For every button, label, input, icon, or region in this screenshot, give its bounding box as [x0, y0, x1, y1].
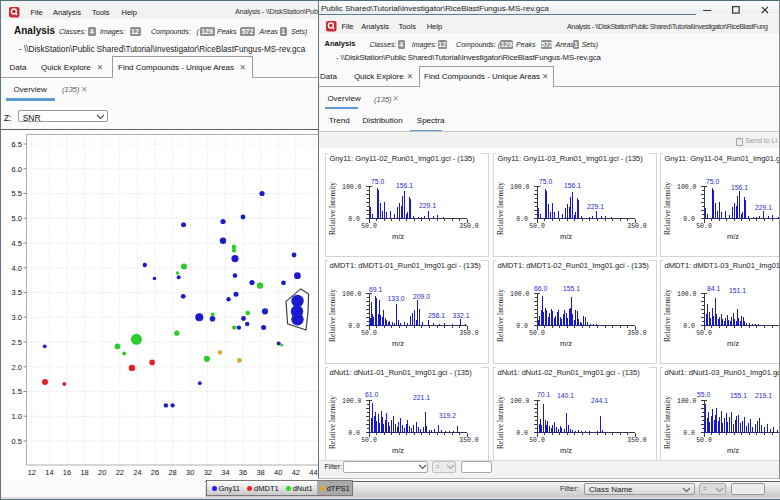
- svg-text:dMDT1: dMDT1-03_Run01_Img01.gc: dMDT1: dMDT1-03_Run01_Img01.gci - (135): [665, 261, 780, 270]
- svg-text:155.1: 155.1: [563, 285, 580, 292]
- svg-text:0.0: 0.0: [683, 430, 695, 437]
- svg-text:dNut1: dNut1-03_Run01_Img01.gc: dNut1: dNut1-03_Run01_Img01.gci - (135): [665, 368, 780, 377]
- svg-text:m/z: m/z: [559, 446, 571, 455]
- svg-text:m/z: m/z: [727, 339, 739, 348]
- svg-text:0.0: 0.0: [516, 430, 528, 437]
- svg-text:Relative Intensity: Relative Intensity: [663, 289, 672, 342]
- svg-text:319.2: 319.2: [439, 412, 456, 419]
- svg-text:28: 28: [168, 468, 176, 477]
- svg-text:m/z: m/z: [392, 339, 404, 348]
- svg-text:0.0: 0.0: [516, 323, 528, 330]
- svg-text:14: 14: [45, 468, 53, 477]
- svg-text:50.0: 50.0: [696, 437, 712, 444]
- svg-text:75.0: 75.0: [371, 178, 384, 185]
- svg-text:dMDT1: dMDT1-01_Run01_Img01.gc: dMDT1: dMDT1-01_Run01_Img01.gci - (135): [330, 261, 482, 270]
- svg-text:30: 30: [186, 468, 194, 477]
- svg-text:20: 20: [98, 468, 106, 477]
- svg-text:0.0: 0.0: [348, 323, 360, 330]
- svg-text:m/z: m/z: [392, 446, 404, 455]
- svg-text:34: 34: [221, 468, 229, 477]
- svg-text:244.1: 244.1: [591, 397, 608, 404]
- svg-text:100.0: 100.0: [509, 291, 529, 298]
- svg-text:100.0: 100.0: [509, 184, 529, 191]
- svg-text:350.0: 350.0: [627, 330, 647, 337]
- svg-text:18: 18: [80, 468, 88, 477]
- svg-text:50.0: 50.0: [361, 437, 377, 444]
- svg-text:m/z: m/z: [392, 232, 404, 241]
- svg-text:332.1: 332.1: [453, 312, 470, 319]
- svg-text:221.1: 221.1: [413, 394, 430, 401]
- svg-text:Relative Intensity: Relative Intensity: [328, 182, 337, 235]
- svg-text:75.0: 75.0: [539, 178, 552, 185]
- svg-text:350.0: 350.0: [459, 223, 479, 230]
- svg-text:350.0: 350.0: [459, 330, 479, 337]
- svg-text:38: 38: [256, 468, 264, 477]
- svg-text:229.1: 229.1: [755, 204, 772, 211]
- svg-text:12: 12: [28, 468, 36, 477]
- svg-text:229.1: 229.1: [419, 202, 436, 209]
- svg-text:0.0: 0.0: [516, 216, 528, 223]
- svg-text:Relative Intensity: Relative Intensity: [328, 289, 337, 342]
- svg-text:16: 16: [63, 468, 71, 477]
- svg-text:24: 24: [133, 468, 141, 477]
- svg-text:m/z: m/z: [559, 232, 571, 241]
- svg-text:0.0: 0.0: [683, 323, 695, 330]
- svg-text:100.0: 100.0: [677, 398, 697, 405]
- svg-text:5.5: 5.5: [12, 189, 22, 198]
- svg-text:Gny11: Gny11-03_Run01_Img01.gc: Gny11: Gny11-03_Run01_Img01.gci - (135): [497, 154, 643, 163]
- svg-text:dNut1: dNut1-01_Run01_Img01.gc: dNut1: dNut1-01_Run01_Img01.gci - (135): [330, 368, 473, 377]
- svg-text:44: 44: [309, 468, 317, 477]
- svg-text:dNut1: dNut1-02_Run01_Img01.gc: dNut1: dNut1-02_Run01_Img01.gci - (135): [497, 368, 640, 377]
- svg-text:50.0: 50.0: [696, 330, 712, 337]
- svg-text:100.0: 100.0: [342, 398, 362, 405]
- svg-text:70.1: 70.1: [537, 391, 550, 398]
- svg-text:258.1: 258.1: [428, 312, 445, 319]
- svg-text:dMDT1: dMDT1-02_Run01_Img01.gc: dMDT1: dMDT1-02_Run01_Img01.gci - (135): [497, 261, 649, 270]
- svg-text:Relative Intensity: Relative Intensity: [663, 182, 672, 235]
- svg-text:5.0: 5.0: [12, 214, 22, 223]
- svg-text:6.5: 6.5: [12, 140, 22, 149]
- svg-text:140.1: 140.1: [557, 392, 574, 399]
- svg-text:100.0: 100.0: [342, 184, 362, 191]
- svg-text:69.1: 69.1: [369, 286, 382, 293]
- svg-text:1.0: 1.0: [12, 412, 22, 421]
- svg-text:Relative Intensity: Relative Intensity: [495, 396, 504, 449]
- svg-text:42: 42: [292, 468, 300, 477]
- svg-text:Relative Intensity: Relative Intensity: [495, 289, 504, 342]
- svg-text:100.0: 100.0: [509, 398, 529, 405]
- svg-text:36: 36: [239, 468, 247, 477]
- svg-text:350.0: 350.0: [627, 223, 647, 230]
- svg-text:61.0: 61.0: [365, 391, 378, 398]
- svg-text:Relative Intensity: Relative Intensity: [328, 396, 337, 449]
- svg-text:3.0: 3.0: [12, 313, 22, 322]
- svg-text:0.0: 0.0: [348, 216, 360, 223]
- svg-text:m/z: m/z: [727, 232, 739, 241]
- svg-text:84.1: 84.1: [707, 285, 720, 292]
- svg-text:2.5: 2.5: [12, 338, 22, 347]
- svg-text:m/z: m/z: [727, 446, 739, 455]
- svg-text:155.1: 155.1: [730, 392, 747, 399]
- svg-text:22: 22: [116, 468, 124, 477]
- svg-text:66.0: 66.0: [534, 285, 547, 292]
- svg-text:156.1: 156.1: [564, 182, 581, 189]
- svg-text:50.0: 50.0: [529, 437, 545, 444]
- svg-text:0.0: 0.0: [348, 430, 360, 437]
- svg-text:1.5: 1.5: [12, 387, 22, 396]
- svg-text:40: 40: [274, 468, 282, 477]
- svg-text:100.0: 100.0: [677, 184, 697, 191]
- svg-text:4.5: 4.5: [12, 239, 22, 248]
- svg-text:75.0: 75.0: [706, 178, 719, 185]
- svg-text:26: 26: [151, 468, 159, 477]
- svg-text:Gny11: Gny11-02_Run01_Img01.gc: Gny11: Gny11-02_Run01_Img01.gci - (135): [330, 154, 476, 163]
- svg-text:350.0: 350.0: [627, 437, 647, 444]
- svg-text:50.0: 50.0: [361, 330, 377, 337]
- svg-text:350.0: 350.0: [459, 437, 479, 444]
- svg-text:0.5: 0.5: [12, 437, 22, 446]
- svg-text:Gny11: Gny11-04_Run01_Img01.gc: Gny11: Gny11-04_Run01_Img01.gci - (135): [665, 154, 780, 163]
- svg-text:0.0: 0.0: [683, 216, 695, 223]
- svg-text:32: 32: [204, 468, 212, 477]
- svg-text:2.0: 2.0: [12, 363, 22, 372]
- svg-text:219.1: 219.1: [755, 392, 772, 399]
- svg-text:156.1: 156.1: [396, 182, 413, 189]
- svg-text:133.0: 133.0: [388, 295, 405, 302]
